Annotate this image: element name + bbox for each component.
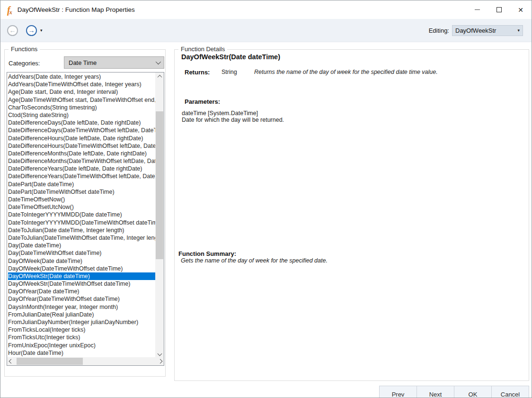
function-list-items: AddYears(Date date, Integer years)AddYea… (7, 72, 155, 357)
prev-button[interactable]: Prev (379, 386, 417, 398)
maximize-icon (497, 7, 502, 12)
vertical-scrollbar-thumb[interactable] (156, 111, 163, 259)
list-item[interactable]: DatePart(Date dateTime) (8, 181, 155, 188)
list-item[interactable]: CharToSeconds(String timestring) (8, 104, 155, 111)
list-item[interactable]: FromTicksLocal(Integer ticks) (8, 326, 155, 334)
forward-arrow-icon: → (28, 27, 35, 34)
list-item[interactable]: DatePart(DateTimeWithOffset dateTime) (8, 188, 155, 196)
returns-label: Returns: (185, 69, 210, 76)
list-item[interactable]: DateDifferenceYears(DateTimeWithOffset l… (8, 172, 155, 180)
list-item[interactable]: FromUnixEpoc(Integer unixEpoc) (8, 342, 155, 349)
list-item[interactable]: DateDifferenceDays(DateTimeWithOffset le… (8, 127, 155, 134)
list-item[interactable]: DateTimeOffsetNow() (8, 196, 155, 203)
list-item[interactable]: AddYears(DateTimeWithOffset date, Intege… (8, 81, 155, 88)
window-title: DayOfWeekStr : Function Map Properties (18, 6, 135, 13)
list-item[interactable]: DaysInMonth(Integer year, Integer month) (8, 303, 155, 311)
list-item[interactable]: Age(DateTimeWithOffset start, DateTimeWi… (8, 96, 155, 104)
list-item[interactable]: DateToIntegerYYYYMMDD(Date dateTime) (8, 211, 155, 218)
list-item[interactable]: DayOfYear(Date dateTime) (8, 288, 155, 295)
parameters-label: Parameters: (185, 98, 220, 105)
editing-combobox-value: DayOfWeekStr (455, 27, 496, 34)
list-item[interactable]: DayOfWeekStr(Date dateTime) (8, 272, 155, 280)
list-item[interactable]: DateToJulian(DateTimeWithOffset dateTime… (8, 234, 155, 242)
list-item[interactable]: Hour(Date dateTime) (8, 349, 155, 357)
list-item[interactable]: DayOfWeek(DateTimeWithOffset dateTime) (8, 265, 155, 272)
function-summary-text: Gets the name of the day of week for the… (181, 257, 328, 264)
list-item[interactable]: FromJulianDayNumber(Integer julianDayNum… (8, 318, 155, 326)
list-item[interactable]: DayOfYear(DateTimeWithOffset dateTime) (8, 295, 155, 303)
minimize-icon (475, 9, 480, 10)
fx-app-icon: fx (7, 5, 13, 15)
title-bar: fx DayOfWeekStr : Function Map Propertie… (0, 0, 532, 19)
function-map-properties-dialog: fx DayOfWeekStr : Function Map Propertie… (0, 0, 532, 398)
parameter-name: dateTime [System.DateTime] (182, 110, 258, 117)
back-arrow-icon: ← (9, 27, 16, 34)
categories-combobox-value: Date Time (69, 59, 97, 66)
vertical-scrollbar[interactable] (155, 72, 164, 357)
scroll-right-button[interactable] (156, 357, 164, 365)
list-item[interactable]: DateToJulian(Date dateTime, Integer leng… (8, 226, 155, 234)
horizontal-scrollbar[interactable] (7, 357, 164, 365)
minimize-button[interactable] (466, 0, 488, 19)
close-icon: ✕ (518, 6, 523, 14)
window-controls: ✕ (466, 0, 532, 19)
editing-combobox[interactable]: DayOfWeekStr ▾ (452, 25, 523, 36)
function-signature: DayOfWeekStr(Date dateTime) (181, 53, 280, 61)
list-item[interactable]: Ctod(String dateString) (8, 111, 155, 119)
list-item[interactable]: Day(DateTimeWithOffset dateTime) (8, 249, 155, 257)
list-item[interactable]: Age(Date start, Date end, Integer interv… (8, 88, 155, 96)
list-item[interactable]: DateDifferenceYears(Date leftDate, Date … (8, 165, 155, 172)
function-details-groupbox: Function Details DayOfWeekStr(Date dateT… (174, 49, 529, 381)
cancel-button[interactable]: Cancel (491, 386, 529, 398)
list-item[interactable]: DateDifferenceHours(Date leftDate, Date … (8, 135, 155, 142)
scroll-up-button[interactable] (155, 72, 164, 80)
close-button[interactable]: ✕ (510, 0, 532, 19)
list-item[interactable]: FromTicksUtc(Integer ticks) (8, 334, 155, 341)
forward-dropdown-caret-icon[interactable]: ▾ (40, 28, 43, 33)
categories-label: Categories: (9, 60, 40, 67)
list-item[interactable]: DateToIntegerYYYYMMDD(DateTimeWithOffset… (8, 219, 155, 226)
editing-label: Editing: (429, 27, 449, 34)
maximize-button[interactable] (488, 0, 510, 19)
function-listbox: AddYears(Date date, Integer years)AddYea… (7, 72, 164, 366)
parameter-description: Date for which the day will be returned. (182, 117, 284, 123)
function-summary-label: Function Summary: (178, 250, 236, 257)
returns-description: Returns the name of the day of week for … (254, 69, 438, 75)
chevron-up-icon (157, 74, 162, 79)
list-item[interactable]: DayOfWeek(Date dateTime) (8, 257, 155, 265)
list-item[interactable]: DateDifferenceMonths(DateTimeWithOffset … (8, 157, 155, 165)
categories-combobox[interactable]: Date Time (64, 56, 164, 69)
list-item[interactable]: DateDifferenceMonths(Date leftDate, Date… (8, 150, 155, 157)
chevron-left-icon (9, 359, 13, 364)
list-item[interactable]: DateDifferenceDays(Date leftDate, Date r… (8, 119, 155, 127)
returns-type: String (222, 69, 250, 75)
list-item[interactable]: DateTimeOffsetUtcNow() (8, 203, 155, 211)
function-details-group-title: Function Details (178, 45, 227, 53)
scroll-down-button[interactable] (155, 350, 164, 357)
functions-groupbox: Functions Categories: Date Time AddYears… (4, 49, 166, 377)
next-button[interactable]: Next (417, 386, 454, 398)
chevron-down-icon: ▾ (517, 28, 520, 33)
toolbar: ← → ▾ Editing: DayOfWeekStr ▾ (0, 19, 532, 42)
horizontal-scrollbar-thumb[interactable] (17, 358, 83, 365)
ok-button[interactable]: OK (454, 386, 492, 398)
chevron-down-icon (157, 351, 162, 356)
functions-group-title: Functions (9, 45, 40, 53)
footer-buttons: PrevNextOKCancel (379, 386, 529, 398)
chevron-down-icon (156, 59, 161, 64)
back-button[interactable]: ← (7, 25, 18, 36)
forward-button[interactable]: → (26, 25, 37, 36)
chevron-right-icon (158, 359, 162, 364)
scroll-left-button[interactable] (7, 357, 15, 365)
list-item[interactable]: AddYears(Date date, Integer years) (8, 73, 155, 81)
list-item[interactable]: DateDifferenceHours(DateTimeWithOffset l… (8, 142, 155, 150)
list-item[interactable]: FromJulianDate(Real julianDate) (8, 311, 155, 318)
list-item[interactable]: DayOfWeekStr(DateTimeWithOffset dateTime… (8, 280, 155, 288)
list-item[interactable]: Day(Date dateTime) (8, 242, 155, 249)
